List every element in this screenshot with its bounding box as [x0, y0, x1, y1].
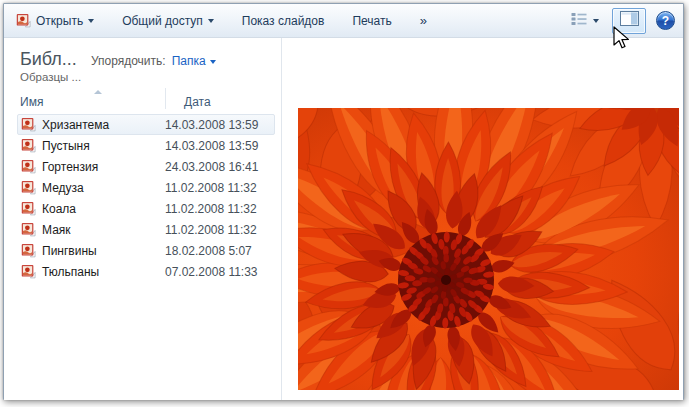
preview-pane	[282, 38, 683, 400]
file-date: 24.03.2008 16:41	[165, 160, 274, 174]
toolbar-overflow-button[interactable]: »	[414, 9, 433, 32]
file-row[interactable]: Маяк 11.02.2008 11:32	[17, 219, 275, 240]
help-button[interactable]: ?	[656, 11, 675, 30]
file-date: 14.03.2008 13:59	[165, 118, 274, 132]
chevron-down-icon	[593, 19, 599, 23]
file-row[interactable]: Хризантема 14.03.2008 13:59	[17, 114, 275, 135]
image-file-icon	[21, 243, 36, 258]
print-button-label: Печать	[352, 14, 391, 28]
toolbar: Открыть Общий доступ Показ слайдов Печат…	[4, 4, 683, 38]
question-mark-icon: ?	[662, 14, 669, 28]
image-file-icon	[16, 13, 31, 28]
sort-ascending-icon	[94, 90, 102, 94]
file-row[interactable]: Пустыня 14.03.2008 13:59	[17, 135, 275, 156]
image-file-icon	[21, 159, 36, 174]
file-name: Хризантема	[42, 118, 109, 132]
file-date: 11.02.2008 11:32	[165, 181, 274, 195]
image-file-icon	[21, 138, 36, 153]
file-name: Медуза	[42, 181, 84, 195]
explorer-window: Открыть Общий доступ Показ слайдов Печат…	[3, 3, 684, 400]
slideshow-button-label: Показ слайдов	[242, 14, 325, 28]
list-view-icon	[571, 12, 587, 30]
preview-pane-icon	[620, 11, 639, 30]
column-headers: Имя Дата	[4, 88, 281, 112]
file-list-pane: Библ... Упорядочить: Папка Образцы ... И…	[4, 38, 282, 400]
column-header-name[interactable]: Имя	[4, 95, 165, 109]
file-name: Маяк	[42, 223, 71, 237]
file-date: 14.03.2008 13:59	[165, 139, 274, 153]
library-subtitle: Образцы ...	[20, 71, 281, 83]
file-row[interactable]: Гортензия 24.03.2008 16:41	[17, 156, 275, 177]
file-date: 07.02.2008 11:33	[165, 265, 274, 279]
share-button-label: Общий доступ	[122, 14, 203, 28]
file-date: 11.02.2008 11:32	[165, 202, 274, 216]
image-file-icon	[21, 201, 36, 216]
column-header-date[interactable]: Дата	[165, 88, 281, 109]
file-date: 18.02.2008 5:07	[165, 244, 274, 258]
arrange-by-value: Папка	[172, 54, 206, 68]
library-header: Библ... Упорядочить: Папка Образцы ...	[4, 38, 281, 83]
chevron-down-icon	[88, 19, 94, 23]
file-date: 11.02.2008 11:32	[165, 223, 274, 237]
file-row[interactable]: Тюльпаны 07.02.2008 11:33	[17, 261, 275, 282]
arrange-by-label: Упорядочить:	[91, 54, 166, 68]
arrange-by-dropdown[interactable]: Папка	[172, 54, 216, 68]
chevron-down-icon	[210, 60, 216, 64]
open-button-label: Открыть	[36, 14, 83, 28]
image-file-icon	[21, 222, 36, 237]
file-name: Пингвины	[42, 244, 97, 258]
share-button[interactable]: Общий доступ	[116, 10, 220, 32]
print-button[interactable]: Печать	[346, 10, 397, 32]
content-area: Библ... Упорядочить: Папка Образцы ... И…	[4, 38, 683, 400]
slideshow-button[interactable]: Показ слайдов	[236, 10, 331, 32]
file-row[interactable]: Пингвины 18.02.2008 5:07	[17, 240, 275, 261]
file-name: Тюльпаны	[42, 265, 99, 279]
change-view-button[interactable]	[566, 8, 604, 34]
file-row[interactable]: Медуза 11.02.2008 11:32	[17, 177, 275, 198]
file-name: Пустыня	[42, 139, 90, 153]
chrysanthemum-preview-image	[298, 108, 679, 390]
preview-pane-toggle-button[interactable]	[612, 8, 646, 34]
toolbar-right-group: ?	[566, 8, 675, 34]
file-row[interactable]: Коала 11.02.2008 11:32	[17, 198, 275, 219]
file-list: Хризантема 14.03.2008 13:59 Пустыня 14.0…	[4, 114, 281, 282]
chevron-down-icon	[208, 19, 214, 23]
image-file-icon	[21, 264, 36, 279]
toolbar-left-group: Открыть Общий доступ Показ слайдов Печат…	[10, 9, 433, 32]
library-title: Библ...	[20, 49, 77, 70]
image-file-icon	[21, 117, 36, 132]
file-name: Гортензия	[42, 160, 98, 174]
file-name: Коала	[42, 202, 76, 216]
open-button[interactable]: Открыть	[10, 9, 100, 32]
image-file-icon	[21, 180, 36, 195]
